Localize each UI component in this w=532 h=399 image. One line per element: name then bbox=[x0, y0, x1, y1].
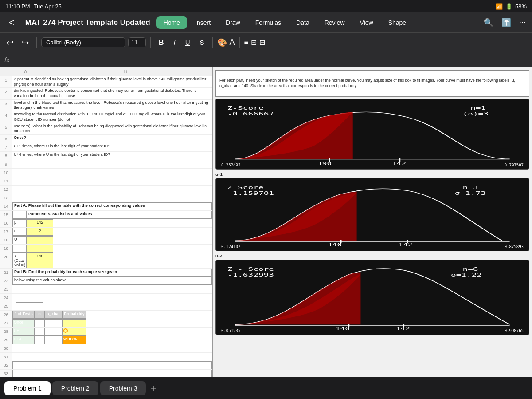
col-header-tests: # of Tests bbox=[12, 311, 35, 319]
row-num: 3 bbox=[0, 100, 12, 111]
tab-view[interactable]: View bbox=[353, 16, 380, 29]
grid-cell[interactable]: U bbox=[12, 236, 27, 244]
font-color-button[interactable]: A bbox=[230, 38, 235, 47]
grid-cell[interactable]: according to the Normal distribution wit… bbox=[12, 111, 212, 122]
italic-button[interactable]: I bbox=[170, 37, 179, 47]
tab-shape[interactable]: Shape bbox=[381, 16, 413, 29]
table-row: 4 according to the Normal distribution w… bbox=[0, 111, 212, 123]
u1-sigma-cell[interactable]: 1.73 bbox=[44, 328, 62, 336]
grid-cell[interactable]: U+4 times, where U is the last digit of … bbox=[12, 152, 212, 160]
bold-button[interactable]: B bbox=[155, 37, 168, 48]
tab-draw[interactable]: Draw bbox=[219, 16, 247, 29]
grid-cell[interactable]: level and in the blood test that measure… bbox=[12, 100, 212, 111]
u4-label-cell[interactable]: U+4 bbox=[12, 336, 35, 344]
chart3-p2: 0.998765 bbox=[505, 328, 524, 333]
grid-cell[interactable] bbox=[12, 294, 212, 302]
grid-cell[interactable] bbox=[12, 211, 27, 219]
app-title: MAT 274 Project Template Updated bbox=[19, 18, 156, 27]
u4-n-cell[interactable]: 6 bbox=[35, 336, 44, 344]
grid-cell[interactable] bbox=[12, 245, 27, 253]
tab-data[interactable]: Data bbox=[289, 16, 317, 29]
part-c-box: Part C: For each part, insert your sketc… bbox=[215, 70, 529, 97]
fx-label: fx bbox=[4, 56, 13, 63]
strikethrough-button[interactable]: S bbox=[196, 37, 208, 47]
part-c-label: Part C: bbox=[219, 73, 233, 78]
chart2-p2: 0.875893 bbox=[505, 245, 524, 249]
grid-cell[interactable]: drink is ingested. Rebecca's doctor is c… bbox=[12, 88, 212, 99]
font-name-input[interactable] bbox=[41, 37, 125, 47]
table-row: 26 # of Tests n σ_xbar Probability bbox=[0, 311, 212, 319]
back-button[interactable]: < bbox=[4, 17, 19, 28]
grid-cell[interactable]: U+1 times, where U is the last digit of … bbox=[12, 143, 212, 151]
tab-bar: Problem 1 Problem 2 Problem 3 + bbox=[0, 377, 532, 399]
search-icon[interactable]: 🔍 bbox=[482, 16, 495, 29]
grid-cell[interactable]: Parameters, Statistics and Values bbox=[27, 211, 212, 219]
table-row: 8 U+4 times, where U is the last digit o… bbox=[0, 152, 212, 160]
align-button[interactable]: ≡ bbox=[244, 39, 248, 47]
sheet-tab-problem1[interactable]: Problem 1 bbox=[4, 381, 51, 395]
grid-cell[interactable] bbox=[12, 177, 212, 185]
grid-cell[interactable]: X (Data Value) bbox=[12, 253, 27, 268]
add-sheet-button[interactable]: + bbox=[148, 383, 159, 394]
once-n-cell[interactable]: 1 bbox=[35, 319, 44, 327]
sheet-tab-problem3[interactable]: Problem 3 bbox=[100, 381, 146, 395]
chart3-probs: 0.051235 0.998765 bbox=[221, 328, 524, 333]
table-row: 2 drink is ingested. Rebecca's doctor is… bbox=[0, 88, 212, 99]
grid-cell[interactable]: μ bbox=[12, 219, 27, 227]
part-d-text-cell[interactable]: Comment on the relationship between the … bbox=[12, 370, 212, 377]
chart2-sigma: σ=1.73 bbox=[455, 190, 486, 196]
u1-n-cell[interactable]: 3 bbox=[35, 328, 44, 336]
right-panel: Part C: For each part, insert your sketc… bbox=[213, 67, 532, 377]
font-size-input[interactable] bbox=[128, 37, 146, 47]
table-row: 17 σ 2 bbox=[0, 228, 212, 236]
grid-button[interactable]: ⊞ bbox=[251, 38, 257, 47]
row-num: 7 bbox=[0, 143, 12, 151]
formula-input[interactable] bbox=[24, 56, 528, 63]
grid-cell[interactable] bbox=[27, 245, 53, 253]
underline-button[interactable]: U bbox=[182, 37, 194, 47]
u4-prob-cell[interactable]: 94.87% bbox=[62, 336, 86, 344]
grid-cell[interactable]: below using the values above. bbox=[12, 277, 212, 285]
tab-review[interactable]: Review bbox=[317, 16, 352, 29]
sheet-tab-problem2[interactable]: Problem 2 bbox=[52, 381, 98, 395]
grid-cell[interactable]: A patient is classified as having gestat… bbox=[12, 76, 212, 87]
grid-cell[interactable] bbox=[12, 186, 212, 194]
sigma-value-cell[interactable]: 2 bbox=[27, 228, 53, 236]
u1-label-cell[interactable]: U+1 bbox=[12, 328, 35, 336]
grid-cell[interactable] bbox=[12, 160, 212, 168]
grid-cell[interactable]: Once? bbox=[12, 135, 212, 143]
col-header-n: n bbox=[35, 311, 44, 319]
grid-cell[interactable] bbox=[12, 353, 212, 361]
part-d-label-cell[interactable]: Part D: bbox=[12, 361, 212, 369]
redo-button[interactable]: ↪ bbox=[19, 36, 32, 49]
share-icon[interactable]: ⬆️ bbox=[500, 16, 513, 29]
highlight-color-button[interactable]: 🎨 bbox=[217, 38, 227, 47]
once-sigma-cell[interactable]: 2 bbox=[44, 319, 62, 327]
toolbar: ↩ ↪ B I U S 🎨 A ≡ ⊞ ⊟ bbox=[0, 33, 532, 52]
table-row: 18 U bbox=[0, 236, 212, 245]
part-a-title-cell[interactable]: Part A: Please fill out the table with t… bbox=[12, 202, 212, 210]
tab-home[interactable]: Home bbox=[156, 16, 187, 29]
grid-cell[interactable]: σ bbox=[12, 228, 27, 236]
chart3-p1: 0.051235 bbox=[221, 328, 240, 333]
merge-button[interactable]: ⊟ bbox=[259, 38, 265, 47]
u-value-cell[interactable] bbox=[27, 236, 53, 244]
left-grid: A B 1 A patient is classified as having … bbox=[0, 67, 213, 377]
undo-button[interactable]: ↩ bbox=[4, 36, 16, 49]
mu-value-cell[interactable]: 142 bbox=[27, 219, 53, 227]
more-icon[interactable]: ··· bbox=[517, 16, 528, 29]
grid-cell[interactable] bbox=[12, 285, 212, 293]
chart-1-svg: Z-Score -0.666667 n=1 (σ)=3 bbox=[219, 103, 525, 166]
tab-insert[interactable]: Insert bbox=[188, 16, 218, 29]
u1-prob-cell[interactable] bbox=[62, 328, 86, 336]
part-b-title-cell[interactable]: Part B: Find the probability for each sa… bbox=[12, 269, 212, 277]
x-value-cell[interactable]: 140 bbox=[27, 253, 53, 268]
grid-cell[interactable] bbox=[12, 344, 212, 352]
tab-formulas[interactable]: Formulas bbox=[248, 16, 288, 29]
grid-cell[interactable] bbox=[12, 169, 212, 177]
once-label-cell[interactable]: Once bbox=[12, 319, 35, 327]
once-prob-cell[interactable] bbox=[62, 319, 86, 327]
grid-cell[interactable] bbox=[12, 194, 212, 202]
grid-cell[interactable]: use zero). What is the probability of Re… bbox=[12, 123, 212, 134]
u4-sigma-cell[interactable]: 1.22 bbox=[44, 336, 62, 344]
